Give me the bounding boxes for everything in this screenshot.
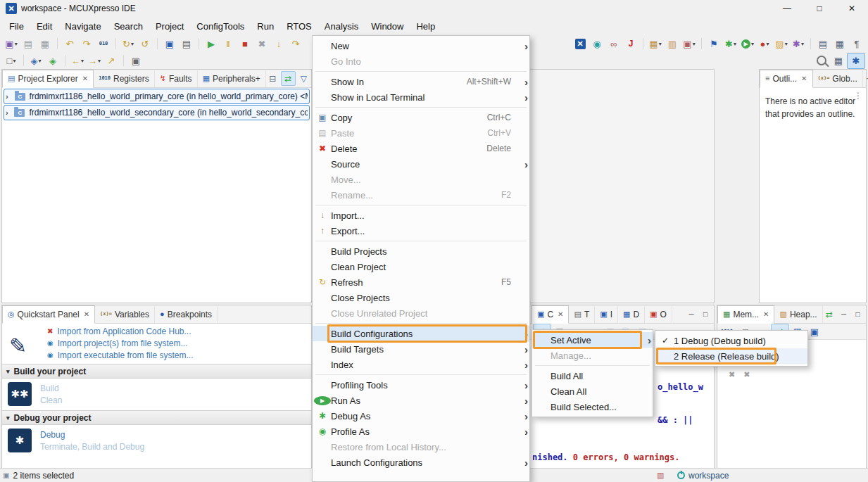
project-item-primary[interactable]: › frdmimxrt1186_hello_world_primary_core…	[4, 89, 310, 104]
close-tab-icon[interactable]: ✕	[801, 75, 807, 82]
submenu-item-build-all[interactable]: Build All	[532, 368, 653, 383]
back-history-icon[interactable]: ←	[69, 53, 86, 68]
debug-configurations-icon[interactable]: ✱	[722, 37, 739, 51]
tab-outline[interactable]: ≡ Outli... ✕	[760, 70, 813, 88]
link-build[interactable]: Build	[40, 383, 62, 393]
close-button[interactable]: ✕	[836, 0, 868, 17]
expand-arrow-icon[interactable]: ›	[6, 108, 14, 117]
tab-console[interactable]: ▣ C ✕	[532, 305, 569, 324]
submenu-item-clean-all[interactable]: Clean All	[532, 383, 653, 399]
menu-item-refresh[interactable]: ↻ Refresh F5	[313, 274, 529, 290]
new-rendering-icon[interactable]: ▣	[806, 324, 823, 339]
tab-quickstart[interactable]: ◎ Quickstart Panel ✕	[2, 305, 95, 324]
close-tab-icon[interactable]: ✕	[558, 310, 563, 318]
menu-item-debug-as[interactable]: ✱ Debug As	[313, 408, 529, 424]
menu-item-profile-as[interactable]: ◉ Profile As	[313, 424, 529, 439]
views-grid-icon[interactable]: ▦	[831, 37, 848, 51]
menu-item-build-configurations[interactable]: Build Configurations	[313, 326, 529, 341]
menu-project[interactable]: Project	[149, 18, 190, 34]
develop-perspective-icon[interactable]: ✱	[847, 53, 865, 69]
step-into-icon[interactable]: ↓	[270, 37, 287, 51]
jlink-icon[interactable]: J	[622, 37, 639, 51]
menu-item-index[interactable]: Index	[313, 357, 529, 372]
install-sdk-icon[interactable]: ▥	[664, 37, 681, 51]
profile-icon[interactable]: ◈	[27, 53, 44, 68]
close-tab-icon[interactable]: ✕	[84, 310, 89, 318]
run-icon[interactable]: ▶	[739, 37, 756, 51]
menu-item-export[interactable]: ↑ Export...	[313, 223, 529, 239]
menu-file[interactable]: File	[3, 18, 30, 34]
new-wizard-icon[interactable]: ▣	[3, 37, 20, 51]
minimize-button[interactable]: —	[771, 0, 803, 17]
open-project-icon[interactable]: ▨	[773, 37, 790, 51]
link-with-editor-icon[interactable]: ⇄	[281, 71, 296, 86]
undo-icon[interactable]: ↶	[61, 37, 78, 51]
open-console-view-icon[interactable]: ▣	[161, 37, 178, 51]
link-memory-icon[interactable]: ⇄	[823, 307, 836, 321]
menu-item-clean-project[interactable]: Clean Project	[313, 259, 529, 274]
disconnect-icon[interactable]: ✖	[253, 37, 270, 51]
menu-item-build-projects[interactable]: Build Projects	[313, 243, 529, 259]
menu-item-delete[interactable]: ✖ Delete Delete	[313, 141, 529, 156]
menu-item-go-into[interactable]: Go Into	[313, 53, 529, 69]
close-tab-icon[interactable]: ✕	[82, 75, 88, 82]
wizard-icon[interactable]: ✱	[790, 37, 807, 51]
tab-terminal[interactable]: ▤ T ✕	[569, 306, 595, 323]
tab-heap[interactable]: ▥ Heap... ✕	[774, 306, 822, 323]
redo-icon[interactable]: ↷	[78, 37, 95, 51]
menu-item-copy[interactable]: ▣ Copy Ctrl+C	[313, 110, 529, 125]
link-import-project[interactable]: ◉ Import project(s) from file system...	[47, 337, 311, 349]
filter-icon[interactable]: ▽	[297, 72, 310, 85]
menu-item-import[interactable]: ↓ Import...	[313, 208, 529, 223]
menu-item-paste[interactable]: ▤ Paste Ctrl+V	[313, 125, 529, 141]
restart-icon[interactable]: ↺	[137, 37, 153, 51]
maximize-view-icon[interactable]: □	[699, 308, 712, 321]
menu-item-source[interactable]: Source	[313, 156, 529, 172]
menu-item-close-unrelated[interactable]: Close Unrelated Project	[313, 305, 529, 321]
show-whitespace-icon[interactable]: ¶	[848, 37, 865, 51]
maximize-button[interactable]: □	[803, 0, 836, 17]
coverage-icon[interactable]: ◈	[44, 53, 61, 68]
remove-monitor-icon[interactable]: ✖	[729, 370, 735, 379]
new-file-icon[interactable]: □	[3, 53, 20, 68]
menu-rtos[interactable]: RTOS	[280, 18, 318, 34]
update-icon[interactable]: ▣	[681, 37, 698, 51]
close-tab-icon[interactable]: ✕	[763, 310, 769, 318]
menu-help[interactable]: Help	[410, 18, 441, 34]
build-section-header[interactable]: ▾ Build your project	[2, 364, 311, 379]
submenu-item-build-selected[interactable]: Build Selected...	[532, 399, 653, 414]
menu-item-close-projects[interactable]: Close Projects	[313, 290, 529, 305]
debug-section-header[interactable]: ▾ Debug your project	[2, 410, 311, 425]
menu-analysis[interactable]: Analysis	[318, 18, 365, 34]
menu-item-run-as[interactable]: ▶ Run As	[313, 393, 529, 408]
sdk-package-icon[interactable]: ▦	[647, 37, 664, 51]
tab-peripherals[interactable]: ▦ Peripherals+ ✕	[198, 70, 266, 87]
minimize-view-icon[interactable]: ─	[685, 308, 698, 321]
menu-item-show-in-local-terminal[interactable]: Show in Local Terminal	[313, 89, 529, 105]
tab-offline-peripherals[interactable]: ▣ O ✕	[645, 306, 672, 323]
menu-item-show-in[interactable]: Show In Alt+Shift+W	[313, 74, 529, 89]
expand-arrow-icon[interactable]: ›	[6, 92, 15, 101]
pin-editor-icon[interactable]: ▣	[127, 53, 144, 68]
link-terminate-build-debug[interactable]: Terminate, Build and Debug	[40, 442, 144, 452]
submenu-item-set-active[interactable]: Set Active	[532, 332, 653, 348]
save-icon[interactable]: ▤	[20, 37, 37, 51]
tab-faults[interactable]: ↯ Faults ✕	[155, 70, 198, 87]
tab-global-variables[interactable]: (x)= Glob... ✕	[813, 70, 863, 87]
last-edit-icon[interactable]: ↗	[103, 53, 120, 68]
tab-variables[interactable]: (x)= Variables ✕	[95, 306, 155, 323]
attach-probe-icon[interactable]: ∞	[605, 37, 622, 51]
link-import-achub[interactable]: ✖ Import from Application Code Hub...	[47, 325, 311, 337]
tab-project-explorer[interactable]: ▤ Project Explorer ✕	[2, 70, 94, 88]
menu-item-rename[interactable]: Rename... F2	[313, 187, 529, 203]
menu-item-profiling-tools[interactable]: Profiling Tools	[313, 377, 529, 393]
step-over-icon[interactable]: ↷	[287, 37, 304, 51]
terminate-icon[interactable]: ■	[237, 37, 253, 51]
save-all-icon[interactable]: ▦	[37, 37, 54, 51]
remove-all-monitors-icon[interactable]: ✖	[743, 370, 750, 379]
config-item-debug[interactable]: ✓ 1 Debug (Debug build)	[655, 333, 807, 348]
menu-configtools[interactable]: ConfigTools	[190, 18, 251, 34]
search-icon[interactable]	[813, 53, 830, 68]
tab-image-info[interactable]: ▣ I ✕	[595, 306, 618, 323]
refresh-debug-icon[interactable]: ↻	[120, 37, 137, 51]
